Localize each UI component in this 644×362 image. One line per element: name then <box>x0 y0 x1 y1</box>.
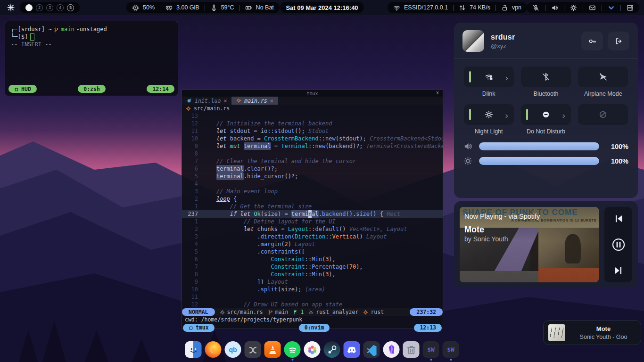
toggle-nightlight[interactable] <box>464 104 514 125</box>
workspace-4[interactable]: 4 <box>57 4 64 11</box>
notification-album-art <box>548 324 565 341</box>
dock-icon-vlc[interactable] <box>264 341 281 358</box>
cwd-text: cwd: /home/srdusr/projects/typerpunk <box>185 316 302 323</box>
settings-icon[interactable] <box>570 4 577 11</box>
toggle-dnd[interactable] <box>521 104 571 125</box>
tmux-session-pill[interactable]: tmux <box>183 324 215 332</box>
code-line: 2 loop { <box>182 195 443 203</box>
buffer-tab-main.rs[interactable]: main.rs× <box>231 97 278 105</box>
dock-icon-trash[interactable] <box>403 341 420 358</box>
dock-icon-discord[interactable] <box>344 341 360 358</box>
code-line: 9 let mut terminal = Terminal::new(backe… <box>182 142 443 150</box>
previous-track-button[interactable] <box>613 214 624 224</box>
chevron-right-icon[interactable] <box>504 112 509 117</box>
volume-icon[interactable] <box>551 4 558 11</box>
dock-icon-steam[interactable] <box>324 341 340 358</box>
vim-mode: NORMAL <box>189 309 208 315</box>
notification-title: Mote <box>571 325 636 332</box>
line-number: 5 <box>182 248 203 255</box>
media-player-card: SHAPE OF PUNK TO COME A CHIMERICAL BOMBI… <box>454 201 638 288</box>
window-close-button[interactable]: x <box>436 90 439 95</box>
album-art: SHAPE OF PUNK TO COME A CHIMERICAL BOMBI… <box>460 207 599 282</box>
system-tray <box>527 2 639 13</box>
battery-value: No Bat <box>256 4 274 11</box>
cpu-value: 50% <box>143 4 155 11</box>
media-controls <box>604 207 632 282</box>
dock-icon-script-sw-1[interactable]: $W <box>423 341 439 358</box>
dock-item-script-sw-1: $W <box>423 341 439 361</box>
winbar: src/main.rs <box>182 105 443 112</box>
toggle-wifi[interactable] <box>464 66 514 87</box>
statusline-branch: main <box>268 309 289 315</box>
displays-icon[interactable] <box>627 4 634 11</box>
buffer-tab-init.lua[interactable]: init.lua× <box>182 97 231 105</box>
lock-keys-button[interactable] <box>581 32 603 50</box>
toggle-group-dnd: Do Not Disturb <box>520 104 571 135</box>
workspace-1[interactable] <box>25 4 33 11</box>
chevron-right-icon[interactable] <box>504 74 509 80</box>
datetime-text: Sat 09 Mar 2024 12:16:40 <box>286 4 358 11</box>
microphone-muted-icon[interactable] <box>532 4 539 11</box>
toggle-label: Do Not Disturb <box>527 128 565 135</box>
chevron-down-icon[interactable] <box>608 4 615 11</box>
dock-item-vlc <box>264 341 281 361</box>
toggle-group-airplane: Airplane Mode <box>578 66 628 98</box>
launcher-logo-icon[interactable] <box>7 3 15 12</box>
media-notification[interactable]: Mote Sonic Youth - Goo <box>543 320 641 345</box>
dock-icon-file-manager[interactable] <box>185 341 202 358</box>
line-number: 11 <box>182 127 203 135</box>
avatar <box>462 30 484 52</box>
dock-icon-spotify[interactable] <box>284 341 301 358</box>
code-area[interactable]: 1312 // Initialize the terminal backend1… <box>182 112 443 308</box>
dock-item-script-sw-2: $W <box>443 341 459 361</box>
dock-icon-obsidian[interactable] <box>383 341 400 358</box>
dock-icon-script-sw-2[interactable]: $W <box>443 341 459 358</box>
volume-value: 100% <box>606 143 628 150</box>
dock-icon-firefox[interactable] <box>205 341 222 358</box>
buffer-tabline: init.lua×main.rs× <box>182 97 443 105</box>
hud-terminal-window[interactable]: ┌─[srdusr] ~ main -unstaged └─[$] -- INS… <box>5 21 178 96</box>
dock-icon-qbittorrent[interactable]: qb <box>225 341 241 358</box>
tmux-session-pill[interactable]: HUD <box>8 85 37 93</box>
code-line: 12 // Draw UI based on app state <box>182 301 443 308</box>
volume-slider[interactable] <box>479 142 599 150</box>
rust-file-icon <box>186 106 191 111</box>
line-number: 1 <box>182 203 203 210</box>
toggle-airplane[interactable] <box>578 66 628 87</box>
editor-window[interactable]: tmux x init.lua×main.rs× src/main.rs 131… <box>182 90 443 329</box>
volume-slider-row: 100% <box>463 142 628 151</box>
tmux-window-pill[interactable]: 0:nvim <box>299 324 330 332</box>
tmux-window-pill[interactable]: 0:zsh <box>78 85 106 93</box>
workspace-5[interactable]: 5 <box>67 4 74 11</box>
line-number: 10 <box>182 135 203 142</box>
diagnostic-count: 1 <box>300 309 304 315</box>
network-module[interactable]: ESSID/127.0.0.1 74 KB/s vpn <box>388 2 527 13</box>
dock-icon-photos[interactable] <box>304 341 321 358</box>
dock-icon-media-app[interactable] <box>245 341 261 358</box>
line-number: 4 <box>182 180 203 188</box>
running-indicator <box>430 359 432 361</box>
chevron-right-icon[interactable] <box>561 112 566 117</box>
line-number: 3 <box>182 233 203 240</box>
workspace-2[interactable]: 2 <box>36 4 43 11</box>
separator <box>495 5 496 11</box>
network-speed-text: 74 KB/s <box>470 4 490 11</box>
running-indicator <box>311 359 313 361</box>
control-center-panel: srdusr @xyz DlinkBluetoothAirplane ModeN… <box>454 23 638 198</box>
toggle-blank[interactable] <box>578 104 628 125</box>
next-track-button[interactable] <box>613 265 624 276</box>
brightness-slider[interactable] <box>479 157 599 165</box>
dock-label: $W <box>427 346 435 353</box>
line-number: 12 <box>182 301 203 308</box>
user-section: srdusr @xyz <box>454 23 638 59</box>
pause-button[interactable] <box>611 238 626 252</box>
logout-button[interactable] <box>608 32 629 50</box>
dock-item-photos <box>304 341 321 361</box>
mail-icon[interactable] <box>589 4 596 11</box>
tab-close-button[interactable]: × <box>223 98 227 104</box>
workspace-3[interactable]: 3 <box>46 4 53 11</box>
tab-close-button[interactable]: × <box>270 98 273 104</box>
toggle-bluetooth[interactable] <box>521 66 571 87</box>
running-indicator <box>450 359 452 361</box>
dock-icon-vscode[interactable] <box>363 341 380 358</box>
